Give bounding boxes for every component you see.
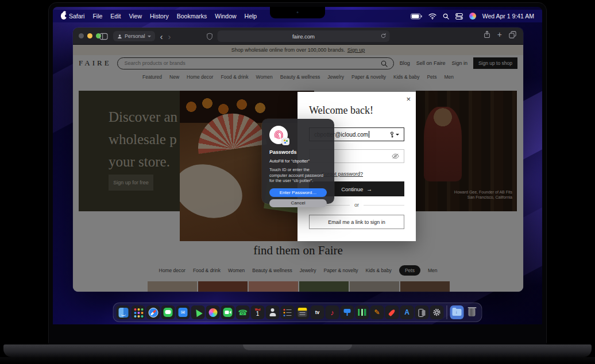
desktop: Safari File Edit View History Bookmarks … <box>53 7 542 324</box>
dock-icon-numbers[interactable] <box>356 305 369 319</box>
menu-view[interactable]: View <box>129 13 142 20</box>
display-notch <box>270 7 325 18</box>
macbook-screen: Safari File Edit View History Bookmarks … <box>49 3 546 344</box>
dock-icon-iphone-mirroring[interactable] <box>415 305 429 319</box>
dock-icon-app-store[interactable]: A <box>400 305 414 319</box>
dock-icon-maps[interactable] <box>191 305 205 319</box>
arrow-right-icon: → <box>366 186 372 192</box>
dock-icon-messages[interactable] <box>161 305 175 319</box>
menu-edit[interactable]: Edit <box>110 13 121 20</box>
person-icon <box>117 34 122 39</box>
base-shadow <box>0 357 595 364</box>
spotlight-icon[interactable] <box>443 13 449 20</box>
dock-icon-keynote[interactable] <box>341 305 354 319</box>
dialog-app-name: Passwords <box>269 149 327 155</box>
forward-button[interactable]: › <box>168 32 171 41</box>
passwords-app-badge-icon <box>282 138 289 145</box>
share-icon[interactable] <box>484 30 490 38</box>
modal-title: Welcome back! <box>309 104 373 117</box>
traffic-lights <box>79 33 101 38</box>
lid-opening-notch <box>243 344 352 350</box>
dock-icon-launchpad[interactable] <box>132 305 145 319</box>
profile-switcher[interactable]: Personal <box>113 31 155 41</box>
dock: ✉ ☎ Wed1 tv ♪ ✎ A <box>113 303 482 322</box>
reload-icon[interactable] <box>381 33 387 39</box>
dock-icon-calendar[interactable]: Wed1 <box>251 305 265 319</box>
chevron-down-icon <box>148 36 151 37</box>
battery-icon[interactable] <box>411 13 422 20</box>
dock-icon-settings[interactable] <box>430 305 444 319</box>
dock-icon-tv[interactable]: tv <box>311 305 324 319</box>
menu-safari[interactable]: Safari <box>69 13 84 20</box>
dock-icon-facetime[interactable] <box>221 305 235 319</box>
enter-password-button[interactable]: Enter Password… <box>269 188 327 197</box>
profile-label: Personal <box>125 33 145 39</box>
chevron-down-icon <box>396 134 399 135</box>
screen-chin-bezel <box>49 324 546 344</box>
email-link-button[interactable]: Email me a link to sign in <box>309 215 404 229</box>
macbook-base <box>3 344 592 357</box>
text-caret <box>369 131 369 138</box>
autofill-key-button[interactable] <box>389 131 399 138</box>
dock-icon-photos[interactable] <box>206 305 220 319</box>
menu-bookmarks[interactable]: Bookmarks <box>177 13 207 20</box>
dock-icon-rocket[interactable] <box>385 305 399 319</box>
siri-icon[interactable] <box>469 13 476 20</box>
safari-toolbar: Personal ‹ › faire.com <box>73 28 523 45</box>
safari-window: Personal ‹ › faire.com <box>73 28 523 292</box>
key-icon <box>389 131 395 138</box>
or-label: or <box>354 202 359 208</box>
dock-icon-safari[interactable] <box>146 305 160 319</box>
menu-file[interactable]: File <box>92 13 102 20</box>
continue-label: Continue <box>341 186 363 192</box>
show-password-icon[interactable] <box>392 153 399 159</box>
apple-menu-icon[interactable] <box>61 13 67 20</box>
touchid-icon-wrap <box>269 126 288 144</box>
new-tab-icon[interactable]: + <box>497 30 502 38</box>
wifi-icon[interactable] <box>428 13 436 20</box>
macbook-stage: Safari File Edit View History Bookmarks … <box>0 0 595 364</box>
dock-icon-trash[interactable] <box>465 305 479 319</box>
dock-icon-finder[interactable] <box>117 305 130 319</box>
dock-icon-pages[interactable]: ✎ <box>370 305 384 319</box>
menu-help[interactable]: Help <box>245 13 257 20</box>
control-center-icon[interactable] <box>455 13 463 20</box>
dock-icon-notes[interactable] <box>296 305 310 319</box>
dock-icon-downloads[interactable] <box>450 305 464 319</box>
dock-icon-phone[interactable]: ☎ <box>236 305 250 319</box>
dialog-body-text: Touch ID or enter the computer account p… <box>269 167 327 184</box>
dialog-subtitle: AutoFill for “cbpotter” <box>269 158 327 164</box>
camera-dot <box>297 11 299 13</box>
dock-icon-music[interactable]: ♪ <box>326 305 339 319</box>
back-button[interactable]: ‹ <box>160 32 163 41</box>
privacy-shield-icon[interactable] <box>207 33 213 40</box>
gear-icon <box>433 308 441 316</box>
menu-history[interactable]: History <box>150 13 169 20</box>
menu-bar-clock[interactable]: Wed Apr 1 9:41 AM <box>482 13 534 20</box>
close-window-button[interactable] <box>79 33 84 38</box>
faire-page: Shop wholesale online from over 100,000 … <box>73 45 523 292</box>
url-text: faire.com <box>292 33 315 40</box>
minimize-window-button[interactable] <box>87 33 92 38</box>
address-bar[interactable]: faire.com <box>218 30 390 42</box>
touchid-autofill-dialog: Passwords AutoFill for “cbpotter” Touch … <box>262 119 334 204</box>
cancel-button[interactable]: Cancel <box>269 199 327 207</box>
dock-icon-mail[interactable]: ✉ <box>176 305 190 319</box>
dock-icon-reminders[interactable] <box>281 305 295 319</box>
dock-icon-contacts[interactable] <box>266 305 280 319</box>
menu-window[interactable]: Window <box>215 13 236 20</box>
dock-divider <box>447 305 447 319</box>
close-icon[interactable]: × <box>406 95 411 103</box>
tab-overview-icon[interactable] <box>509 31 516 38</box>
sidebar-toggle-icon[interactable] <box>99 33 108 40</box>
